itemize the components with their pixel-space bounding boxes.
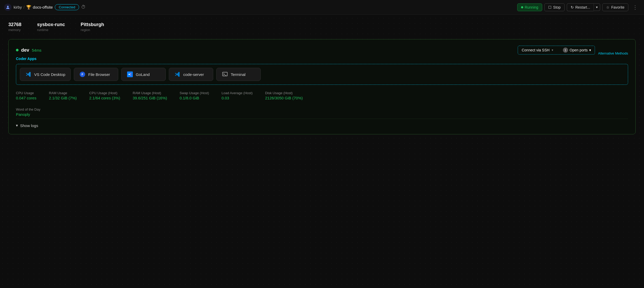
app-vscode-desktop[interactable]: VS Code Desktop <box>20 68 71 81</box>
stat-value: 39.6/251 GiB (16%) <box>133 96 167 100</box>
terminal-icon <box>222 71 228 77</box>
card-header: dev 54ms Connect via SSH ▾ 1 Open ports … <box>16 46 628 55</box>
card-actions: Connect via SSH ▾ 1 Open ports ▾ Alterna… <box>518 46 628 55</box>
ssh-dropdown-icon: ▾ <box>552 48 553 52</box>
running-dot <box>521 6 523 8</box>
runtime-label: runtime <box>37 28 65 32</box>
card-title-area: dev 54ms <box>16 47 41 53</box>
latency-value: 54ms <box>32 48 41 52</box>
restart-group: ↻ Restart... ▾ <box>567 3 600 11</box>
svg-rect-3 <box>127 71 133 77</box>
word-label: Word of the Day <box>16 107 628 111</box>
workspace-name: dev <box>21 47 29 53</box>
stat-value: 0.047 cores <box>16 96 36 100</box>
favorite-label: Favorite <box>611 5 624 9</box>
goland-icon <box>127 71 133 77</box>
breadcrumb: kirby / 🏆 docs-offsite <box>14 5 53 10</box>
memory-label: memory <box>8 28 21 32</box>
restart-icon: ↻ <box>571 5 574 9</box>
stat-item: CPU Usage (Host) 2.1/64 cores (3%) <box>89 91 120 100</box>
breadcrumb-separator: / <box>23 5 25 9</box>
ports-label: Open ports <box>570 48 588 52</box>
stat-label: Swap Usage (Host) <box>180 91 209 95</box>
show-logs-button[interactable]: ▾ Show logs <box>16 123 38 128</box>
show-logs-label: Show logs <box>20 123 38 128</box>
word-section: Word of the Day Panoply <box>16 107 628 117</box>
region-value: Pittsburgh <box>81 22 104 27</box>
history-icon[interactable]: ⏱ <box>81 4 86 10</box>
running-button[interactable]: Running <box>517 3 542 11</box>
ports-dropdown-icon: ▾ <box>589 48 591 52</box>
runtime-info: sysbox-runc runtime <box>37 22 65 32</box>
ssh-label: Connect via SSH <box>522 48 550 52</box>
alt-methods-link[interactable]: Alternative Methods <box>598 51 628 55</box>
nav-right: Running ☐ Stop ↻ Restart... ▾ ☆ Favorite… <box>517 3 640 11</box>
app-terminal-label: Terminal <box>231 72 246 77</box>
app-filebrowser[interactable]: F File Browser <box>74 68 118 81</box>
stat-item: CPU Usage 0.047 cores <box>16 91 36 100</box>
project-name: docs-offsite <box>33 5 53 9</box>
app-goland-label: GoLand <box>136 72 150 77</box>
app-filebrowser-label: File Browser <box>88 72 110 77</box>
apps-row: VS Code Desktop F File Browser <box>16 64 628 85</box>
stat-label: RAM Usage (Host) <box>133 91 167 95</box>
main-content: 32768 memory sysbox-runc runtime Pittsbu… <box>0 15 644 142</box>
avatar <box>4 4 11 11</box>
restart-label: Restart... <box>575 5 590 9</box>
nav-left: kirby / 🏆 docs-offsite Connected ⏱ <box>4 4 515 11</box>
username-label: kirby <box>14 5 22 9</box>
ssh-connect-box[interactable]: Connect via SSH ▾ 1 Open ports ▾ <box>518 46 595 55</box>
star-icon: ☆ <box>606 5 610 9</box>
stat-label: Load Average (Host) <box>222 91 253 95</box>
workspace-card: dev 54ms Connect via SSH ▾ 1 Open ports … <box>8 39 636 134</box>
stat-item: Load Average (Host) 0.03 <box>222 91 253 100</box>
stats-row: CPU Usage 0.047 cores RAM Usage 2.1/32 G… <box>16 91 628 102</box>
stat-item: Swap Usage (Host) 0.1/8.0 GiB <box>180 91 209 100</box>
app-goland[interactable]: GoLand <box>121 68 166 81</box>
restart-dropdown-button[interactable]: ▾ <box>594 3 600 11</box>
status-dot <box>16 49 19 51</box>
svg-point-0 <box>7 6 9 7</box>
stat-label: CPU Usage (Host) <box>89 91 120 95</box>
open-ports-section[interactable]: 1 Open ports ▾ <box>563 47 591 53</box>
vscode-icon <box>25 71 32 77</box>
stat-item: Disk Usage (Host) 2126/3050 GiB (70%) <box>265 91 303 100</box>
stat-label: Disk Usage (Host) <box>265 91 303 95</box>
codeserver-icon <box>174 71 181 77</box>
svg-text:F: F <box>82 73 84 76</box>
chevron-down-icon-logs: ▾ <box>16 123 18 128</box>
runtime-value: sysbox-runc <box>37 22 65 27</box>
project-icon: 🏆 <box>26 5 31 10</box>
favorite-button[interactable]: ☆ Favorite <box>602 3 628 11</box>
app-terminal[interactable]: Terminal <box>216 68 261 81</box>
more-menu-button[interactable]: ⋮ <box>630 3 640 11</box>
ports-count: 1 <box>563 47 568 53</box>
card-footer: ▾ Show logs <box>16 119 628 128</box>
memory-value: 32768 <box>8 22 21 27</box>
stop-button[interactable]: ☐ Stop <box>544 3 565 11</box>
stat-item: RAM Usage (Host) 39.6/251 GiB (16%) <box>133 91 167 100</box>
word-value: Panoply <box>16 112 628 117</box>
navbar: kirby / 🏆 docs-offsite Connected ⏱ Runni… <box>0 0 644 15</box>
restart-button[interactable]: ↻ Restart... <box>567 3 594 11</box>
machine-info: 32768 memory sysbox-runc runtime Pittsbu… <box>8 22 636 32</box>
region-label: region <box>81 28 104 32</box>
stat-value: 0.03 <box>222 96 253 100</box>
app-codeserver-label: code-server <box>183 72 204 77</box>
coder-apps-label: Coder Apps <box>16 57 628 61</box>
chevron-down-icon: ▾ <box>596 5 598 9</box>
stop-icon: ☐ <box>548 5 552 9</box>
stat-value: 2126/3050 GiB (70%) <box>265 96 303 100</box>
running-label: Running <box>525 5 538 9</box>
app-codeserver[interactable]: code-server <box>169 68 213 81</box>
connected-badge[interactable]: Connected <box>55 4 79 10</box>
memory-info: 32768 memory <box>8 22 21 32</box>
stat-value: 0.1/8.0 GiB <box>180 96 209 100</box>
stat-label: RAM Usage <box>49 91 77 95</box>
stat-value: 2.1/32 GiB (7%) <box>49 96 77 100</box>
filebrowser-icon: F <box>79 71 86 77</box>
alt-methods-container: Alternative Methods <box>598 51 628 56</box>
stop-label: Stop <box>553 5 561 9</box>
region-info: Pittsburgh region <box>81 22 104 32</box>
stat-item: RAM Usage 2.1/32 GiB (7%) <box>49 91 77 100</box>
